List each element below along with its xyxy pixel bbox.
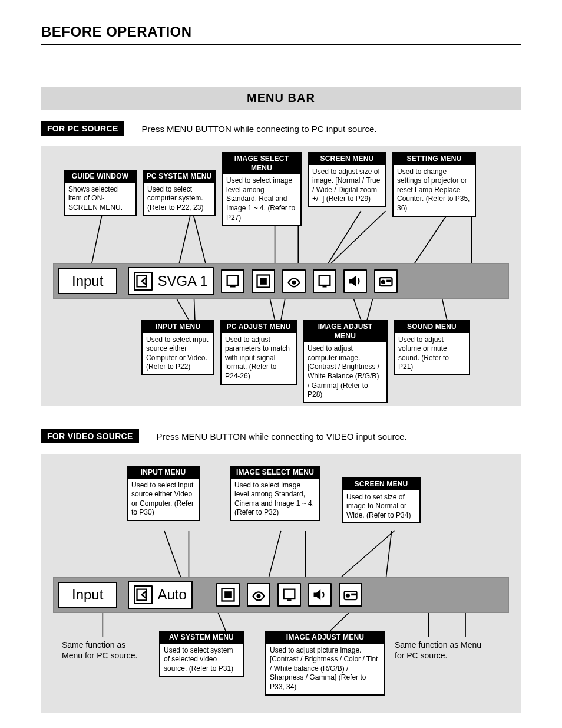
pc-source-row: FOR PC SOURCE Press MENU BUTTON while co…: [41, 121, 521, 136]
svg-rect-25: [386, 280, 391, 282]
callout-image-adjust-menu-video: IMAGE ADJUST MENU Used to adjust picture…: [265, 631, 385, 696]
svg-line-30: [385, 531, 391, 582]
sound-icon: [308, 583, 332, 607]
svg-rect-41: [287, 599, 291, 601]
callout-body: Used to adjust parameters to match with …: [222, 333, 296, 384]
pc-source-desc: Press MENU BUTTON while connecting to PC…: [142, 124, 377, 134]
image-adjust-icon: [247, 583, 270, 607]
svg-line-26: [164, 531, 183, 582]
svg-point-39: [256, 594, 260, 598]
sound-icon: [343, 269, 367, 293]
section-title: MENU BAR: [41, 87, 521, 110]
callout-screen-menu: SCREEN MENU Used to adjust size of image…: [308, 152, 386, 207]
svg-line-0: [90, 211, 103, 270]
callout-title: SETTING MENU: [394, 153, 475, 165]
pc-diagram: GUIDE WINDOW Shows selected item of ON-S…: [41, 146, 521, 406]
callout-body: Used to select input source either Compu…: [143, 333, 213, 374]
page-header: BEFORE OPERATION: [41, 24, 521, 45]
callout-title: IMAGE SELECT MENU: [223, 153, 300, 174]
callout-title: SCREEN MENU: [343, 479, 419, 490]
svg-point-20: [292, 281, 296, 285]
video-source-row: FOR VIDEO SOURCE Press MENU BUTTON while…: [41, 429, 521, 443]
callout-body: Used to select computer system. (Refer t…: [144, 183, 214, 215]
video-source-label: FOR VIDEO SOURCE: [41, 429, 139, 443]
menubar-system-box: Auto: [128, 581, 192, 609]
menubar-current-label: Input: [58, 582, 117, 608]
menubar-system-text: Auto: [157, 587, 186, 603]
callout-image-adjust-menu: IMAGE ADJUST MENU Used to adjust compute…: [303, 320, 388, 403]
svg-rect-22: [322, 286, 326, 287]
callout-body: Shows selected item of ON-SCREEN MENU.: [65, 183, 135, 215]
callout-body: Used to select image level among Standar…: [223, 174, 300, 225]
callout-screen-menu-video: SCREEN MENU Used to set size of image to…: [342, 477, 421, 523]
callout-title: GUIDE WINDOW: [65, 171, 135, 183]
input-arrow-icon: [134, 272, 153, 291]
menubar-current-label: Input: [58, 268, 117, 294]
svg-rect-38: [224, 591, 232, 598]
callout-sound-menu: SOUND MENU Used to adjust volume or mute…: [394, 320, 470, 375]
callout-body: Used to adjust volume or mute sound. (Re…: [395, 333, 469, 374]
svg-line-6: [324, 211, 385, 270]
callout-input-menu: INPUT MENU Used to select input source e…: [141, 320, 214, 375]
svg-rect-16: [227, 276, 238, 285]
callout-body: Used to select input source either Video…: [128, 479, 199, 520]
image-select-icon: [216, 583, 240, 607]
note-same-function-left: Same function as Menu for PC source.: [62, 640, 147, 661]
svg-line-5: [324, 211, 361, 270]
callout-title: AV SYSTEM MENU: [160, 632, 243, 644]
image-select-icon: [221, 269, 244, 293]
callout-pc-system-menu: PC SYSTEM MENU Used to select computer s…: [143, 170, 216, 216]
callout-guide-window: GUIDE WINDOW Shows selected item of ON-S…: [64, 170, 137, 216]
svg-rect-21: [319, 276, 330, 285]
note-same-function-right: Same function as Menu for PC source.: [395, 640, 483, 661]
callout-body: Used to set size of image to Normal or W…: [343, 490, 419, 523]
svg-rect-17: [230, 285, 235, 288]
callout-title: SOUND MENU: [395, 321, 469, 333]
pc-menubar: Input SVGA 1: [53, 263, 509, 299]
callout-image-select-menu: IMAGE SELECT MENU Used to select image l…: [222, 152, 302, 226]
svg-rect-40: [283, 589, 295, 599]
callout-body: Used to change settings of projector or …: [394, 165, 475, 216]
callout-title: IMAGE ADJUST MENU: [304, 321, 386, 342]
svg-line-31: [335, 531, 395, 582]
callout-body: Used to select system of selected video …: [160, 644, 243, 676]
callout-av-system-menu: AV SYSTEM MENU Used to select system of …: [159, 631, 244, 677]
svg-rect-44: [351, 594, 356, 596]
callout-body: Used to select image level among Standar…: [231, 479, 319, 520]
callout-input-menu-video: INPUT MENU Used to select input source e…: [127, 466, 200, 521]
callout-title: IMAGE ADJUST MENU: [266, 632, 384, 644]
callout-title: INPUT MENU: [143, 321, 213, 333]
callout-title: IMAGE SELECT MENU: [231, 467, 319, 479]
pc-source-label: FOR PC SOURCE: [41, 121, 124, 136]
video-source-desc: Press MENU BUTTON while connecting to VI…: [157, 431, 407, 442]
input-arrow-icon: [134, 585, 153, 604]
callout-title: SCREEN MENU: [309, 153, 385, 165]
callout-pc-adjust-menu: PC ADJUST MENU Used to adjust parameters…: [220, 320, 297, 385]
screen-icon: [252, 269, 275, 293]
setting-icon: [374, 269, 398, 293]
svg-line-28: [267, 531, 281, 582]
svg-line-1: [178, 211, 191, 270]
callout-body: Used to adjust computer image. [Contrast…: [304, 342, 386, 402]
setting-icon: [339, 583, 362, 607]
menubar-system-text: SVGA 1: [157, 273, 207, 289]
svg-line-7: [410, 211, 449, 270]
image-adjust-icon: [282, 269, 306, 293]
video-diagram: INPUT MENU Used to select input source e…: [41, 454, 521, 713]
svg-point-43: [346, 594, 350, 598]
svg-point-24: [381, 280, 385, 284]
callout-title: PC ADJUST MENU: [222, 321, 296, 333]
callout-setting-menu: SETTING MENU Used to change settings of …: [392, 152, 476, 217]
screen-icon: [277, 583, 301, 607]
video-menubar: Input Auto: [53, 577, 509, 613]
menubar-system-box: SVGA 1: [128, 267, 213, 295]
svg-line-2: [193, 211, 207, 270]
pc-adjust-icon: [313, 269, 336, 293]
callout-body: Used to adjust picture image. [Contrast …: [266, 644, 384, 694]
callout-title: INPUT MENU: [128, 467, 199, 479]
svg-rect-19: [260, 278, 267, 285]
callout-title: PC SYSTEM MENU: [144, 171, 214, 183]
callout-body: Used to adjust size of image. [Normal / …: [309, 165, 385, 206]
callout-image-select-menu-video: IMAGE SELECT MENU Used to select image l…: [230, 466, 320, 521]
